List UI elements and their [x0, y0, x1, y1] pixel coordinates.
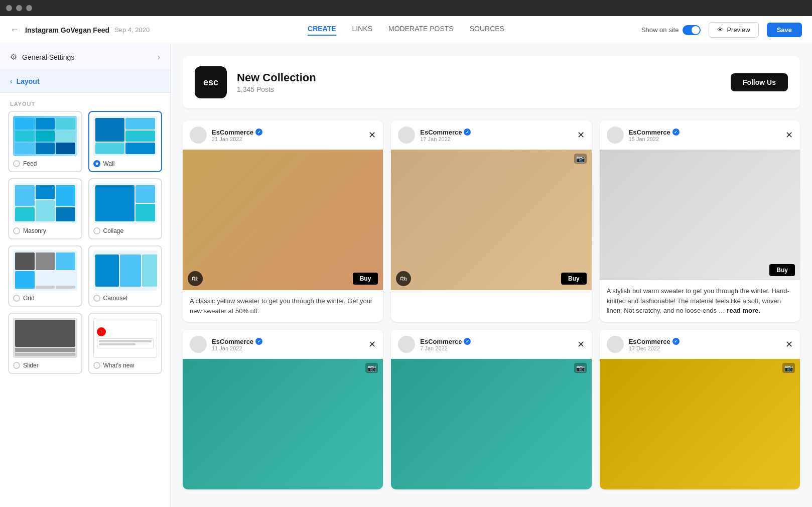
post-overlay-2: 🛍 Buy — [391, 267, 591, 290]
layout-option-carousel[interactable]: Carousel — [88, 245, 163, 307]
post-username-6: EsCommerce ✓ — [629, 338, 785, 345]
radio-collage[interactable] — [93, 227, 100, 234]
layout-option-collage[interactable]: Collage — [88, 178, 163, 239]
titlebar-dot-3 — [26, 5, 32, 11]
chevron-left-icon: ‹ — [10, 77, 13, 85]
show-on-site-label: Show on site — [641, 26, 679, 34]
post-date-5: 7 Jan 2022 — [420, 345, 577, 351]
layout-thumb-collage — [93, 183, 158, 223]
layout-option-masonry[interactable]: Masonry — [8, 178, 82, 239]
titlebar-dot-2 — [16, 5, 22, 11]
radio-masonry[interactable] — [13, 227, 20, 234]
tab-sources[interactable]: SOURCES — [470, 25, 504, 36]
post-header-5: EsCommerce ✓ 7 Jan 2022 ✕ — [391, 330, 591, 359]
gear-icon: ⚙ — [10, 52, 17, 62]
titlebar — [0, 0, 812, 16]
notification-badge: ! — [97, 327, 106, 336]
eye-icon: 👁 — [717, 26, 724, 34]
radio-whatsnew[interactable] — [93, 362, 100, 369]
layout-item[interactable]: ‹ Layout — [0, 70, 170, 93]
post-avatar-5 — [398, 336, 415, 353]
layout-name-collage: Collage — [103, 227, 124, 234]
toggle-switch[interactable] — [683, 25, 701, 35]
general-settings-item[interactable]: ⚙ General Settings › — [0, 44, 170, 70]
layout-thumb-slider — [13, 318, 77, 358]
x-icon-5: ✕ — [577, 339, 585, 350]
cart-icon-2[interactable]: 🛍 — [396, 271, 411, 286]
layout-name-wall: Wall — [103, 160, 115, 167]
post-header-4: EsCommerce ✓ 11 Jan 2022 ✕ — [183, 330, 383, 359]
verified-badge-6: ✓ — [672, 338, 680, 345]
post-card-5: EsCommerce ✓ 7 Jan 2022 ✕ 📷 — [391, 330, 591, 489]
post-image-2: 📷 🛍 Buy — [391, 150, 591, 290]
save-button[interactable]: Save — [767, 23, 802, 37]
post-avatar-3 — [607, 126, 624, 144]
x-icon-1: ✕ — [368, 130, 376, 141]
post-card-4: EsCommerce ✓ 11 Jan 2022 ✕ 📷 — [183, 330, 383, 489]
post-caption-1: A classic yellow sweater to get you thro… — [183, 290, 383, 322]
radio-carousel[interactable] — [93, 295, 100, 302]
layout-thumb-whatsnew: ! — [93, 318, 158, 358]
layout-option-whatsnew[interactable]: ! What's new — [88, 313, 163, 374]
profile-header: esc New Collection 1,345 Posts Follow Us — [183, 56, 800, 108]
layout-option-grid[interactable]: Grid — [8, 245, 82, 307]
x-icon-2: ✕ — [577, 130, 585, 141]
radio-feed[interactable] — [13, 160, 20, 167]
page-title: Instagram GoVegan Feed — [25, 26, 109, 34]
nav-tabs: CREATE LINKS MODERATE POSTS SOURCES — [308, 25, 504, 36]
layout-name-whatsnew: What's new — [103, 362, 134, 369]
buy-button-2[interactable]: Buy — [561, 273, 587, 285]
post-date-6: 17 Dec 2022 — [629, 345, 785, 351]
layout-option-wall[interactable]: Wall — [88, 111, 163, 172]
post-user-info-2: EsCommerce ✓ 17 Jan 2022 — [420, 129, 577, 142]
layout-option-slider[interactable]: Slider — [8, 313, 82, 374]
layout-name-carousel: Carousel — [103, 295, 127, 302]
post-card-3: EsCommerce ✓ 15 Jan 2022 ✕ Buy A stylish… — [600, 120, 800, 322]
layout-thumb-carousel — [93, 250, 158, 291]
layout-section-title: LAYOUT — [0, 93, 170, 111]
layout-options-grid: Feed Wall — [0, 111, 170, 382]
post-image-1: 🛍 Buy — [183, 150, 383, 290]
follow-button[interactable]: Follow Us — [731, 73, 788, 91]
profile-info: New Collection 1,345 Posts — [237, 71, 721, 93]
profile-avatar: esc — [195, 66, 227, 98]
cart-icon-1[interactable]: 🛍 — [188, 271, 203, 286]
camera-icon-2: 📷 — [574, 154, 587, 164]
post-avatar-4 — [190, 336, 207, 353]
radio-slider[interactable] — [13, 362, 20, 369]
tab-moderate[interactable]: MODERATE POSTS — [388, 25, 454, 36]
post-date-1: 21 Jan 2022 — [212, 136, 368, 142]
post-image-6: 📷 — [600, 359, 800, 489]
post-user-info-3: EsCommerce ✓ 15 Jan 2022 — [629, 129, 785, 142]
main-layout: ⚙ General Settings › ‹ Layout LAYOUT — [0, 44, 812, 507]
post-username-4: EsCommerce ✓ — [212, 338, 368, 345]
post-header-6: EsCommerce ✓ 17 Dec 2022 ✕ — [600, 330, 800, 359]
topnav-actions: Show on site 👁 Preview Save — [641, 22, 802, 38]
post-username-1: EsCommerce ✓ — [212, 129, 368, 136]
layout-thumb-grid — [13, 250, 77, 291]
read-more-link-3[interactable]: read more. — [727, 307, 760, 314]
radio-wall[interactable] — [93, 160, 100, 167]
layout-option-feed[interactable]: Feed — [8, 111, 82, 172]
post-username-3: EsCommerce ✓ — [629, 129, 785, 136]
back-button[interactable]: ← — [10, 25, 19, 35]
post-header-1: EsCommerce ✓ 21 Jan 2022 ✕ — [183, 120, 383, 150]
verified-badge-5: ✓ — [464, 338, 471, 345]
buy-button-1[interactable]: Buy — [353, 273, 378, 285]
x-icon-3: ✕ — [785, 130, 793, 141]
post-avatar-1 — [190, 126, 207, 144]
titlebar-dot-1 — [6, 5, 12, 11]
post-date-4: 11 Jan 2022 — [212, 345, 368, 351]
post-username-2: EsCommerce ✓ — [420, 129, 577, 136]
post-card-1: EsCommerce ✓ 21 Jan 2022 ✕ 🛍 Buy A class… — [183, 120, 383, 322]
post-image-3: Buy — [600, 150, 800, 280]
radio-grid[interactable] — [13, 295, 20, 302]
layout-name-grid: Grid — [23, 295, 35, 302]
tab-links[interactable]: LINKS — [352, 25, 372, 36]
tab-create[interactable]: CREATE — [308, 25, 336, 36]
topnav: ← Instagram GoVegan Feed Sep 4, 2020 CRE… — [0, 16, 812, 44]
preview-button[interactable]: 👁 Preview — [709, 22, 758, 38]
post-date-3: 15 Jan 2022 — [629, 136, 785, 142]
post-user-info-5: EsCommerce ✓ 7 Jan 2022 — [420, 338, 577, 351]
buy-button-3[interactable]: Buy — [769, 264, 795, 276]
